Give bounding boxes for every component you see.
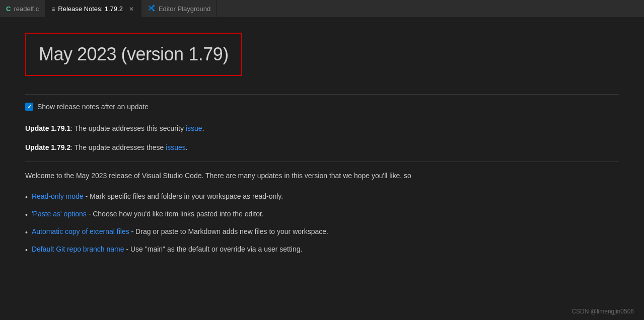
tab-release-notes-label: Release Notes: 1.79.2 — [58, 5, 123, 13]
list-item: • Default Git repo branch name - Use "ma… — [25, 244, 619, 256]
update-1791-suffix: . — [202, 124, 204, 132]
tab-readelf[interactable]: C readelf.c — [0, 0, 45, 17]
feature-link-1[interactable]: Read-only mode — [32, 192, 84, 200]
divider-2 — [25, 162, 619, 162]
list-item: • Automatic copy of external files - Dra… — [25, 226, 619, 238]
update-1792-text: : The update addresses these — [70, 143, 166, 151]
watermark: CSDN @limengjin0506 — [571, 308, 634, 315]
update-1792-suffix: . — [186, 143, 188, 151]
release-title: May 2023 (version 1.79) — [39, 44, 229, 65]
feature-link-3[interactable]: Automatic copy of external files — [32, 227, 129, 235]
feature-link-2[interactable]: 'Paste as' options — [32, 210, 87, 218]
content-area: May 2023 (version 1.79) Show release not… — [0, 18, 644, 320]
release-notes-checkbox[interactable] — [25, 103, 33, 111]
tab-editor-playground-label: Editor Playground — [159, 5, 210, 13]
feature-item-2: 'Paste as' options - Choose how you'd li… — [32, 209, 264, 219]
c-icon: C — [6, 5, 11, 13]
bullet-icon: • — [25, 210, 28, 220]
tab-readelf-label: readelf.c — [14, 5, 39, 13]
feature-item-1: Read-only mode - Mark specific files and… — [32, 191, 283, 202]
feature-desc-2: - Choose how you'd like item links paste… — [89, 210, 264, 218]
feature-list: • Read-only mode - Mark specific files a… — [25, 191, 619, 256]
list-icon: ≡ — [51, 6, 55, 13]
tab-bar: C readelf.c ≡ Release Notes: 1.79.2 ✕ Ed… — [0, 0, 644, 18]
update-1791-text: : The update addresses this security — [70, 124, 186, 132]
update-1792-prefix: Update 1.79.2 — [25, 143, 70, 151]
feature-desc-3: - Drag or paste to Markdown adds new fil… — [131, 227, 328, 235]
release-title-box: May 2023 (version 1.79) — [25, 33, 242, 76]
feature-desc-1: - Mark specific files and folders in you… — [86, 192, 283, 200]
bullet-icon: • — [25, 245, 28, 256]
welcome-text: Welcome to the May 2023 release of Visua… — [25, 170, 619, 181]
bullet-icon: • — [25, 227, 28, 238]
vscode-icon — [148, 4, 156, 14]
show-release-notes-label: Show release notes after an update — [37, 103, 149, 111]
show-release-notes-row: Show release notes after an update — [25, 103, 619, 111]
list-item: • Read-only mode - Mark specific files a… — [25, 191, 619, 203]
update-1791-prefix: Update 1.79.1 — [25, 124, 70, 132]
feature-link-4[interactable]: Default Git repo branch name — [32, 245, 124, 253]
feature-item-3: Automatic copy of external files - Drag … — [32, 226, 328, 237]
tab-editor-playground[interactable]: Editor Playground — [141, 0, 217, 17]
update-1791-link[interactable]: issue — [186, 124, 202, 132]
bullet-icon: • — [25, 192, 28, 203]
list-item: • 'Paste as' options - Choose how you'd … — [25, 209, 619, 220]
update-1791: Update 1.79.1: The update addresses this… — [25, 123, 619, 134]
update-1792: Update 1.79.2: The update addresses thes… — [25, 142, 619, 153]
feature-desc-4: - Use "main" as the default or override … — [126, 245, 302, 253]
tab-close-icon[interactable]: ✕ — [128, 5, 135, 14]
update-1792-link[interactable]: issues — [166, 143, 186, 151]
divider-1 — [25, 94, 619, 95]
tab-release-notes[interactable]: ≡ Release Notes: 1.79.2 ✕ — [45, 0, 141, 17]
feature-item-4: Default Git repo branch name - Use "main… — [32, 244, 303, 255]
